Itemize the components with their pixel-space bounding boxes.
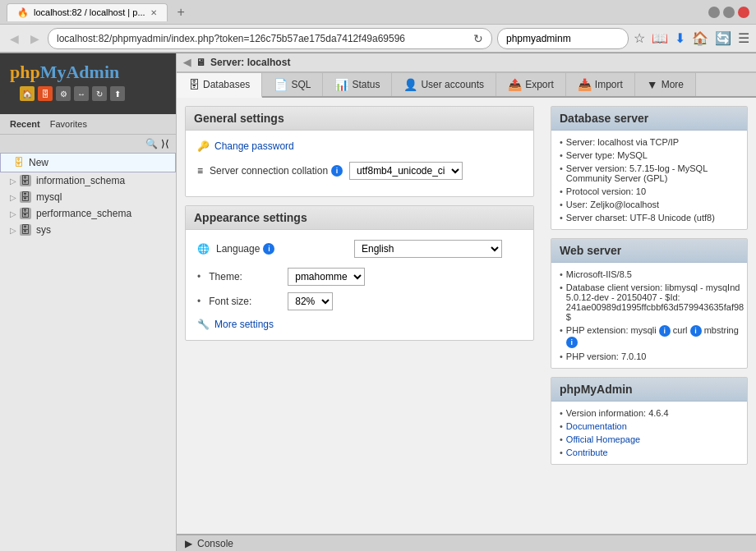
database-server-list: Server: localhost via TCP/IPServer type:… <box>551 131 747 229</box>
two-col-layout: General settings 🔑 Change password ≡ Ser… <box>177 98 756 534</box>
reload-button[interactable]: ↻ <box>473 32 483 45</box>
sidebar-favorites-label[interactable]: Favorites <box>50 119 87 129</box>
main-tab-user-accounts[interactable]: 👤User accounts <box>392 73 496 96</box>
search-icon: 🔍 <box>145 138 158 149</box>
expand-icon: ▷ <box>10 177 16 186</box>
server-header-label: Server: localhost <box>210 57 290 68</box>
address-bar[interactable]: localhost:82/phpmyadmin/index.php?token=… <box>48 28 492 49</box>
contribute-link[interactable]: Contribute <box>566 448 608 457</box>
db-server-item: Server charset: UTF-8 Unicode (utf8) <box>560 211 739 224</box>
documentation-item: Documentation <box>560 420 739 433</box>
sidebar-home-icon[interactable]: 🏠 <box>20 86 35 101</box>
db-server-item: Server version: 5.7.15-log - MySQL Commu… <box>560 162 739 185</box>
sidebar-db-item[interactable]: ▷ 🗄 mysql <box>0 189 176 205</box>
sidebar-refresh-icon[interactable]: ↻ <box>92 86 107 101</box>
tab-icon: 📊 <box>334 78 348 91</box>
menu-icon[interactable]: ☰ <box>738 30 749 46</box>
sidebar-settings-icon[interactable]: ⚙ <box>56 86 71 101</box>
db-name: mysql <box>36 191 62 203</box>
mbstring-info-icon[interactable]: i <box>566 337 578 348</box>
tab-label: Export <box>525 79 554 90</box>
phpmyadmin-title: phpMyAdmin <box>560 383 633 396</box>
bookmark-icon[interactable]: ☆ <box>634 30 645 46</box>
sidebar: phpMyAdmin 🏠 🗄 ⚙ ↔ ↻ ⬆ Recent Favorites … <box>0 53 177 551</box>
forward-button[interactable]: ▶ <box>27 29 43 48</box>
mysqli-info-icon[interactable]: i <box>659 325 671 337</box>
homepage-item: Official Homepage <box>560 433 739 446</box>
web-server-text: PHP extension: mysqli i curl i mbstring … <box>566 325 739 348</box>
sidebar-recent-bar: Recent Favorites <box>0 114 176 135</box>
main-tab-databases[interactable]: 🗄Databases <box>177 73 262 98</box>
collation-select[interactable]: utf8mb4_unicode_ci <box>349 162 463 180</box>
db-server-text: User: Zeljko@localhost <box>566 200 659 209</box>
general-settings-panel: General settings 🔑 Change password ≡ Ser… <box>185 106 534 197</box>
download-icon[interactable]: ⬇ <box>675 30 685 46</box>
close-btn[interactable] <box>738 7 749 18</box>
right-column: Database server Server: localhost via TC… <box>542 98 756 534</box>
browser-tab[interactable]: 🔥 localhost:82 / localhost | p... ✕ <box>7 3 168 21</box>
wrench-icon: 🔧 <box>197 319 210 330</box>
language-select[interactable]: English <box>354 240 502 258</box>
sync-icon[interactable]: 🔄 <box>715 30 731 46</box>
theme-label: Theme: <box>209 271 283 282</box>
db-server-item: Server: localhost via TCP/IP <box>560 135 739 149</box>
search-bar[interactable]: phpmyadminm <box>497 28 629 49</box>
main-tab-export[interactable]: 📤Export <box>496 73 566 96</box>
db-server-item: Protocol version: 10 <box>560 185 739 198</box>
main-tab-status[interactable]: 📊Status <box>323 73 392 96</box>
tab-label: SQL <box>291 79 311 90</box>
change-password-link[interactable]: 🔑 Change password <box>197 140 522 152</box>
official-homepage-link[interactable]: Official Homepage <box>566 434 640 444</box>
tab-icon: 🗄 <box>188 78 200 91</box>
collation-info-icon[interactable]: i <box>331 165 343 177</box>
language-info-icon[interactable]: i <box>263 243 274 255</box>
main-tab-import[interactable]: 📥Import <box>566 73 635 96</box>
maximize-btn[interactable] <box>723 7 735 18</box>
sidebar-db-item[interactable]: ▷ 🗄 sys <box>0 222 176 238</box>
curl-info-icon[interactable]: i <box>690 325 702 337</box>
sidebar-recent-label[interactable]: Recent <box>10 119 40 129</box>
theme-select[interactable]: pmahomme <box>288 268 365 286</box>
console-bar[interactable]: ▶ Console <box>177 534 756 551</box>
minimize-btn[interactable] <box>708 7 720 18</box>
db-server-item: User: Zeljko@localhost <box>560 198 739 211</box>
db-icon: 🗄 <box>20 208 31 219</box>
appearance-settings-header: Appearance settings <box>186 206 533 230</box>
new-database-item[interactable]: 🗄 New <box>0 153 176 172</box>
tab-close-btn[interactable]: ✕ <box>150 8 157 17</box>
main-tab-more[interactable]: ▼More <box>635 73 696 96</box>
tab-label: User accounts <box>421 79 484 90</box>
left-column: General settings 🔑 Change password ≡ Ser… <box>177 98 542 534</box>
more-settings-link[interactable]: 🔧 More settings <box>197 319 522 330</box>
database-server-title: Database server <box>560 112 648 125</box>
back-button[interactable]: ◀ <box>7 29 22 48</box>
db-icon: 🗄 <box>20 224 31 236</box>
version-text: Version information: 4.6.4 <box>566 408 669 418</box>
sidebar-ext-icon[interactable]: ⬆ <box>110 86 125 101</box>
sidebar-db-icon[interactable]: 🗄 <box>38 86 53 101</box>
general-settings-header: General settings <box>186 107 533 131</box>
server-header: ◀ 🖥 Server: localhost <box>177 53 756 73</box>
sidebar-sync-icon[interactable]: ↔ <box>74 86 89 101</box>
new-tab-button[interactable]: + <box>173 5 190 20</box>
font-size-select[interactable]: 82% <box>288 292 333 310</box>
db-server-text: Server version: 5.7.15-log - MySQL Commu… <box>566 163 739 183</box>
sidebar-db-item[interactable]: ▷ 🗄 performance_schema <box>0 205 176 222</box>
db-server-text: Server: localhost via TCP/IP <box>566 137 679 147</box>
language-label: Language i <box>216 243 348 255</box>
sidebar-db-item[interactable]: ▷ 🗄 information_schema <box>0 172 176 189</box>
tab-icon: 📥 <box>578 78 592 91</box>
home-icon[interactable]: 🏠 <box>692 30 708 46</box>
web-server-item: Database client version: libmysql - mysq… <box>560 281 739 324</box>
web-server-panel: Web server Microsoft-IIS/8.5Database cli… <box>551 238 748 369</box>
main-tab-sql[interactable]: 📄SQL <box>262 73 323 96</box>
reader-icon[interactable]: 📖 <box>652 30 668 46</box>
documentation-link[interactable]: Documentation <box>566 421 627 431</box>
console-label: Console <box>197 538 233 549</box>
web-server-text: Microsoft-IIS/8.5 <box>566 269 632 279</box>
expand-icon: ⟩⟨ <box>161 138 169 149</box>
expand-icon: ▷ <box>10 226 16 235</box>
web-server-header: Web server <box>551 239 747 263</box>
tab-icon: 👤 <box>403 78 417 91</box>
server-header-back-icon[interactable]: ◀ <box>183 57 191 68</box>
